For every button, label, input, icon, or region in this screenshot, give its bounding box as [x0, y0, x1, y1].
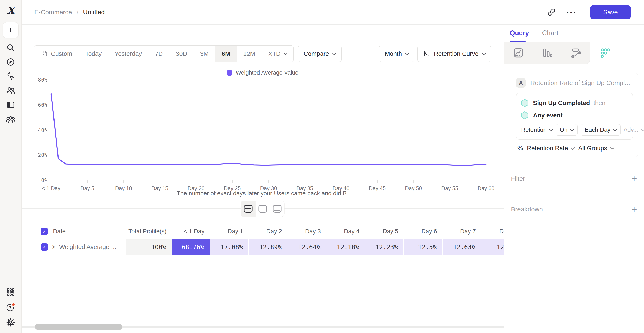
header-total-profile-s-[interactable]: Total Profile(s) — [126, 224, 172, 239]
range-6m[interactable]: 6M — [215, 46, 236, 62]
report-type-funnels[interactable] — [533, 42, 561, 64]
breadcrumb: E-Commerce / Untitled — [22, 9, 105, 16]
header-day-4[interactable]: Day 4 — [326, 224, 365, 239]
range-xtd[interactable]: XTD — [262, 46, 294, 62]
metric-row: % Retention Rate All Groups — [516, 145, 633, 152]
gear-icon — [6, 317, 16, 327]
chevron-down-icon — [571, 146, 575, 150]
row-value-cell[interactable]: 12.5% — [404, 239, 442, 255]
gridline — [51, 155, 486, 155]
sidebar-item-discover[interactable] — [6, 57, 16, 67]
compare-button[interactable]: Compare — [298, 46, 342, 62]
row-date-cell[interactable]: ✓›Weighted Average ... — [34, 239, 126, 255]
chevron-down-icon — [284, 51, 288, 55]
step-title: Retention Rate of Sign Up Compl... — [530, 79, 630, 87]
query-step-header[interactable]: A Retention Rate of Sign Up Compl... — [516, 78, 633, 88]
report-type-insights[interactable] — [504, 42, 533, 64]
cursor-click-icon — [6, 71, 16, 81]
mixpanel-logo[interactable]: X — [7, 6, 14, 15]
sidebar-item-help[interactable]: ? — [6, 302, 16, 312]
sidebar-item-search[interactable] — [6, 43, 16, 53]
range-yesterday[interactable]: Yesterday — [108, 46, 148, 62]
first-event-row[interactable]: Sign Up Completed then — [521, 97, 628, 109]
select-all-checkbox[interactable]: ✓ — [41, 228, 48, 235]
header-day-1[interactable]: Day 1 — [210, 224, 249, 239]
range-today[interactable]: Today — [78, 46, 108, 62]
metric-dropdown[interactable]: Retention Rate — [527, 145, 574, 152]
x-axis-tick — [450, 180, 450, 183]
horizontal-scrollbar-thumb[interactable] — [35, 324, 122, 330]
chart-only-layout-icon — [258, 205, 267, 213]
on-dropdown[interactable]: On — [556, 124, 578, 136]
header-day-3[interactable]: Day 3 — [288, 224, 326, 239]
range-12m[interactable]: 12M — [236, 46, 262, 62]
report-type-retention[interactable] — [590, 42, 620, 64]
each-day-dropdown[interactable]: Each Day — [580, 124, 620, 136]
row-value-cell[interactable]: 12.23% — [365, 239, 404, 255]
row-value-cell-partial[interactable]: 12. — [481, 239, 504, 255]
link-icon — [547, 8, 556, 17]
row-value-cell[interactable]: 12.18% — [326, 239, 365, 255]
compare-label: Compare — [304, 50, 329, 57]
header-day-5[interactable]: Day 5 — [365, 224, 404, 239]
save-button[interactable]: Save — [590, 5, 630, 19]
step-badge: A — [516, 78, 526, 88]
header-partial[interactable]: D — [481, 224, 504, 239]
range-3m[interactable]: 3M — [194, 46, 215, 62]
breadcrumb-project[interactable]: E-Commerce — [34, 9, 72, 16]
row-value-cell[interactable]: 68.76% — [172, 239, 210, 255]
row-value-cell[interactable]: 12.89% — [249, 239, 288, 255]
chart-legend[interactable]: Weighted Average Value — [22, 70, 504, 76]
board-icon — [6, 100, 16, 110]
row-value-cell[interactable]: 12.63% — [442, 239, 481, 255]
retention-type-label: Retention — [521, 126, 547, 133]
advanced-dropdown[interactable]: Adv... — [624, 126, 644, 133]
layout-table-only-button[interactable] — [270, 201, 284, 217]
sidebar-item-events[interactable] — [6, 71, 16, 82]
layout-chart-only-button[interactable] — [255, 201, 270, 217]
header-day-2[interactable]: Day 2 — [249, 224, 288, 239]
sidebar-item-cohorts[interactable] — [6, 114, 16, 124]
breadcrumb-title[interactable]: Untitled — [83, 9, 105, 16]
sidebar-item-apps[interactable] — [6, 287, 16, 297]
tab-query[interactable]: Query — [510, 25, 529, 42]
chart-type-dropdown[interactable]: Retention Curve — [418, 46, 491, 62]
table-row[interactable]: ✓›Weighted Average ...100%68.76%17.08%12… — [34, 239, 504, 255]
groups-label: All Groups — [578, 145, 607, 152]
range-label: Today — [85, 50, 102, 57]
range-label: XTD — [268, 50, 281, 57]
row-value-cell[interactable]: 12.64% — [288, 239, 326, 255]
layout-split-button[interactable] — [241, 201, 255, 217]
retention-dots-icon — [600, 47, 610, 58]
retention-controls-row: Retention On Each Day Adv... — [521, 124, 628, 136]
row-checkbox[interactable]: ✓ — [41, 243, 48, 251]
granularity-dropdown[interactable]: Month — [379, 46, 415, 62]
range-custom[interactable]: Custom — [34, 46, 78, 62]
x-axis-tick — [341, 180, 341, 183]
report-type-flows[interactable] — [561, 42, 590, 64]
row-expand-chevron-icon[interactable]: › — [52, 242, 55, 250]
add-breakdown-button[interactable]: + — [631, 204, 637, 214]
copy-link-button[interactable] — [546, 6, 557, 18]
header-day-7[interactable]: Day 7 — [442, 224, 481, 239]
create-button[interactable] — [3, 22, 18, 38]
insights-chart-icon — [513, 47, 524, 58]
header-day-6[interactable]: Day 6 — [404, 224, 442, 239]
gridline — [51, 105, 486, 105]
sidebar-item-users[interactable] — [6, 86, 16, 96]
second-event-row[interactable]: Any event — [521, 109, 628, 122]
retention-type-dropdown[interactable]: Retention — [521, 126, 553, 133]
row-value-cell[interactable]: 100% — [126, 239, 172, 255]
groups-dropdown[interactable]: All Groups — [578, 145, 613, 152]
add-filter-button[interactable]: + — [631, 174, 637, 184]
retention-line-chart[interactable]: 0%20%40%60%80%< 1 DayDay 5Day 10Day 15Da… — [51, 80, 486, 180]
tab-chart[interactable]: Chart — [542, 25, 558, 42]
range-30d[interactable]: 30D — [169, 46, 193, 62]
sidebar-item-settings[interactable] — [6, 317, 16, 327]
more-options-button[interactable]: ••• — [567, 9, 577, 16]
sidebar-item-boards[interactable] — [6, 100, 16, 110]
row-value-cell[interactable]: 17.08% — [210, 239, 249, 255]
header--1-day[interactable]: < 1 Day — [172, 224, 210, 239]
range-7d[interactable]: 7D — [148, 46, 169, 62]
legend-label: Weighted Average Value — [236, 70, 298, 76]
